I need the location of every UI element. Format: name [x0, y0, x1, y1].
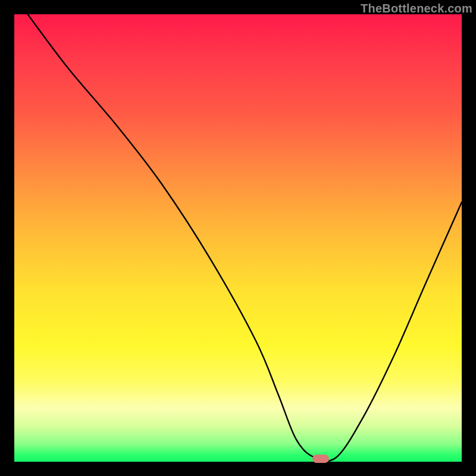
plot-area [14, 14, 462, 462]
minimum-marker [312, 455, 329, 463]
watermark-text: TheBottleneck.com [361, 2, 472, 15]
bottleneck-curve [14, 14, 462, 462]
chart-container: TheBottleneck.com [0, 0, 476, 476]
